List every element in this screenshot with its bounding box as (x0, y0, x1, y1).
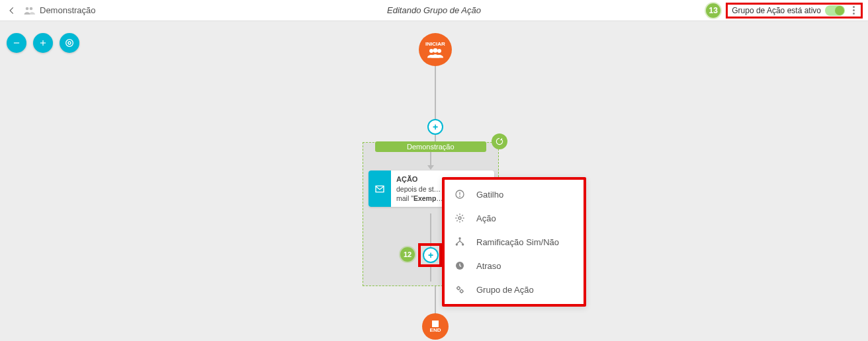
svg-point-16 (462, 243, 464, 245)
svg-point-7 (429, 49, 433, 53)
group-title: Demonstração (375, 141, 486, 152)
gear-icon (454, 213, 466, 223)
menu-item-delay[interactable]: Atraso (445, 254, 584, 278)
menu-item-action[interactable]: Ação (445, 206, 584, 230)
svg-point-19 (460, 290, 463, 293)
menu-item-action-group[interactable]: Grupo de Ação (445, 278, 584, 301)
menu-item-branch[interactable]: Ramificação Sim/Não (445, 230, 584, 254)
active-toggle[interactable] (825, 5, 845, 16)
svg-point-6 (66, 40, 73, 47)
branch-icon (454, 237, 466, 247)
svg-point-0 (26, 7, 29, 10)
menu-item-label: Ação (476, 213, 496, 223)
stop-icon (432, 321, 439, 327)
top-bar: Demonstração Editando Grupo de Ação 13 G… (0, 0, 868, 21)
group-icon (22, 4, 36, 17)
svg-point-5 (68, 42, 71, 44)
canvas-controls (7, 33, 79, 53)
header-title-center: Editando Grupo de Ação (387, 5, 481, 15)
annotation-badge-13: 13 (706, 3, 720, 18)
gears-icon (454, 284, 466, 295)
action-card-heading: AÇÃO (396, 174, 443, 184)
zoom-out-button[interactable] (7, 33, 26, 53)
action-card-text: AÇÃO depois de st… mail "Exemp… (391, 170, 449, 207)
clock-icon (454, 260, 466, 271)
people-icon (427, 47, 443, 59)
connector-line (435, 66, 436, 120)
menu-item-label: Atraso (476, 261, 501, 271)
back-button[interactable] (5, 4, 19, 17)
active-toggle-label: Grupo de Ação está ativo (732, 6, 821, 15)
svg-point-15 (456, 243, 458, 245)
start-node[interactable]: INICIAR (419, 33, 452, 66)
center-button[interactable] (60, 33, 79, 53)
add-step-menu: Gatilho Ação Ramificação Sim/Não Atraso … (442, 177, 586, 307)
svg-point-12 (459, 196, 460, 197)
active-toggle-block: Grupo de Ação está ativo (726, 3, 863, 19)
add-step-button[interactable]: + (427, 119, 443, 135)
annotation-badge-12: 12 (400, 247, 415, 262)
refresh-group-button[interactable] (492, 133, 507, 149)
menu-item-label: Ramificação Sim/Não (476, 237, 559, 247)
more-menu-button[interactable] (849, 6, 858, 15)
svg-point-13 (458, 217, 461, 219)
end-node[interactable]: END (422, 313, 449, 340)
action-card-line1: depois de st… (396, 184, 443, 194)
svg-point-1 (30, 7, 33, 10)
header-title-left: Demonstração (40, 5, 96, 15)
start-node-label: INICIAR (425, 41, 445, 47)
menu-item-label: Gatilho (476, 190, 503, 200)
svg-point-8 (433, 48, 438, 52)
add-button[interactable] (33, 33, 53, 53)
annotation-highlight (418, 243, 442, 267)
svg-point-18 (457, 287, 460, 289)
end-node-label: END (430, 327, 441, 333)
action-card-line2: mail "Exemp… (396, 194, 443, 203)
alert-icon (454, 189, 466, 200)
svg-point-9 (437, 49, 441, 53)
svg-point-14 (458, 237, 460, 239)
menu-item-trigger[interactable]: Gatilho (445, 182, 584, 206)
mail-icon (369, 170, 391, 207)
menu-item-label: Grupo de Ação (476, 285, 534, 295)
arrowhead-icon (427, 165, 434, 170)
